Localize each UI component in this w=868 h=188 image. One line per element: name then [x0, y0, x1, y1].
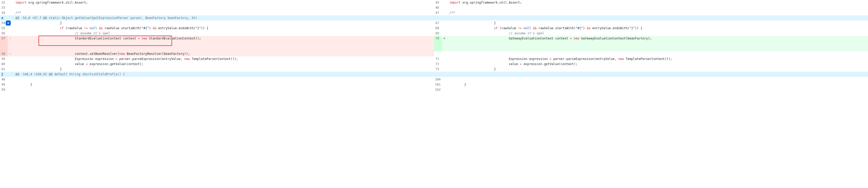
code-cell-right[interactable]: value = expression.getValue(context); — [447, 62, 868, 67]
diff-row: 32 import org.springframework.util.Asser… — [0, 0, 868, 5]
hunk-header-row: @@ -148,4 +160,92 @@ default String shor… — [0, 72, 868, 77]
code-cell-right[interactable]: import org.springframework.util.Assert; — [447, 0, 868, 5]
code-cell-right[interactable] — [447, 87, 868, 92]
diff-row: 61 } 73 } — [0, 67, 868, 72]
code-cell-left[interactable]: value = expression.getValue(context); — [13, 62, 434, 67]
diff-table: 32 import org.springframework.util.Asser… — [0, 0, 868, 92]
code-cell-right[interactable]: Expression expression = parser.parseExpr… — [447, 57, 868, 62]
hunk-header-row: @@ -54,8 +67,7 @@ static Object getValue… — [0, 15, 868, 21]
line-number-right[interactable]: 47 — [434, 10, 442, 15]
diff-row: 33 46 — [0, 5, 868, 10]
diff-marker — [442, 0, 447, 5]
expand-up-icon[interactable] — [0, 15, 5, 21]
line-number-left[interactable]: 58 — [0, 51, 8, 57]
line-number-right[interactable]: 45 — [434, 0, 442, 5]
line-number-left[interactable]: 61 — [0, 67, 8, 72]
code-cell-right[interactable]: } — [447, 21, 868, 26]
code-cell-left[interactable]: } — [13, 67, 434, 72]
diff-marker — [8, 0, 13, 5]
add-comment-button[interactable]: + — [6, 21, 11, 26]
code-cell-left-deleted[interactable]: StandardEvaluationContext context = new … — [13, 36, 434, 51]
code-cell-right-added[interactable]: GatewayEvaluationContext context = new G… — [447, 36, 868, 51]
code-cell-left[interactable]: Expression expression = parser.parseExpr… — [13, 57, 434, 62]
code-cell-left[interactable]: // assume it's spel — [13, 31, 434, 36]
line-number-left[interactable]: 33 — [0, 5, 8, 10]
diff-marker-minus: - — [8, 51, 13, 57]
code-cell-left[interactable] — [13, 87, 434, 92]
hunk-header-right — [447, 15, 868, 21]
code-cell-left[interactable] — [13, 77, 434, 82]
line-number-right — [434, 51, 442, 57]
diff-row: 58 - context.setBeanResolver(new BeanFac… — [0, 51, 868, 57]
code-cell-right[interactable]: } — [447, 67, 868, 72]
diff-marker-minus: - — [8, 36, 13, 51]
diff-marker-plus: + — [442, 36, 447, 51]
line-number-left[interactable]: 49 — [0, 82, 8, 87]
hunk-header-text: @@ -54,8 +67,7 @@ static Object getValue… — [13, 15, 434, 21]
diff-row: 55 if (rawValue != null && rawValue.star… — [0, 26, 868, 31]
expand-icon[interactable] — [0, 72, 5, 77]
code-cell-left[interactable]: /** — [13, 10, 434, 15]
hunk-header-text: @@ -148,4 +160,92 @@ default String shor… — [13, 72, 434, 77]
line-number-right[interactable]: 161 — [434, 82, 442, 87]
line-number-left[interactable]: 59 — [0, 57, 8, 62]
line-number-right[interactable]: 72 — [434, 62, 442, 67]
diff-row: 49 } 161 } — [0, 82, 868, 87]
diff-row: 50 162 — [0, 87, 868, 92]
line-number-right[interactable]: 162 — [434, 87, 442, 92]
diff-row: 57 - StandardEvaluationContext context =… — [0, 36, 868, 51]
line-number-left[interactable]: 57 — [0, 36, 8, 51]
line-number-left[interactable]: 34 — [0, 10, 8, 15]
line-number-left[interactable]: 50 — [0, 87, 8, 92]
code-cell-right — [447, 51, 868, 57]
line-number-left[interactable]: 55 — [0, 26, 8, 31]
code-cell-left[interactable] — [13, 5, 434, 10]
line-number-left[interactable]: 32 — [0, 0, 8, 5]
code-cell-right[interactable] — [447, 77, 868, 82]
code-cell-left[interactable]: } — [13, 82, 434, 87]
code-cell-right[interactable]: /** — [447, 10, 868, 15]
line-number-left[interactable]: 60 — [0, 62, 8, 67]
line-number-right[interactable]: 160 — [434, 77, 442, 82]
line-number-right[interactable]: 70 — [434, 36, 442, 51]
line-number-right[interactable]: 68 — [434, 26, 442, 31]
diff-row: 56 // assume it's spel 69 // assume it's… — [0, 31, 868, 36]
diff-row: 59 Expression expression = parser.parseE… — [0, 57, 868, 62]
code-cell-left-deleted[interactable]: context.setBeanResolver(new BeanFactoryR… — [13, 51, 434, 57]
line-number-right[interactable]: 69 — [434, 31, 442, 36]
line-number-left[interactable]: 56 — [0, 31, 8, 36]
code-cell-right[interactable]: } — [447, 82, 868, 87]
code-cell-right[interactable] — [447, 5, 868, 10]
diff-row: 48 160 — [0, 77, 868, 82]
code-cell-right[interactable]: // assume it's spel — [447, 31, 868, 36]
diff-row: 60 value = expression.getValue(context);… — [0, 62, 868, 67]
code-cell-left[interactable]: } — [13, 21, 434, 26]
code-cell-left[interactable]: if (rawValue != null && rawValue.startsW… — [13, 26, 434, 31]
code-cell-right[interactable]: if (rawValue != null && rawValue.startsW… — [447, 26, 868, 31]
line-number-left[interactable]: 48 — [0, 77, 8, 82]
diff-row: 54 + } 67 } — [0, 21, 868, 26]
line-number-right[interactable]: 71 — [434, 57, 442, 62]
line-number-right[interactable]: 73 — [434, 67, 442, 72]
code-cell-left[interactable]: import org.springframework.util.Assert; — [13, 0, 434, 5]
diff-row: 34 /** 47 /** — [0, 10, 868, 15]
line-number-right[interactable]: 46 — [434, 5, 442, 10]
line-number-right[interactable]: 67 — [434, 21, 442, 26]
